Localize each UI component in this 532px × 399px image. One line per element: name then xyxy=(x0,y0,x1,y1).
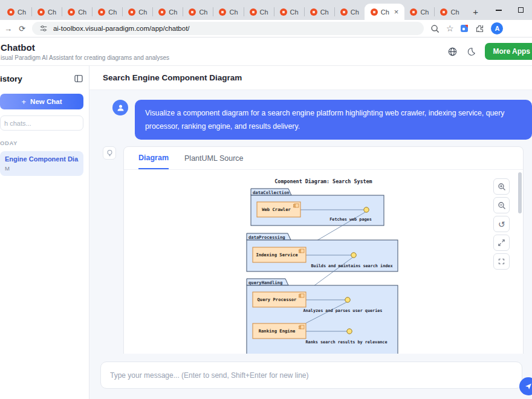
site-favicon-icon xyxy=(310,8,317,16)
user-message-row: Visualize a component diagram for a sear… xyxy=(112,100,532,140)
message-composer xyxy=(89,354,532,399)
component-name: Web Crawler xyxy=(262,207,291,212)
browser-tab[interactable]: Ch xyxy=(123,4,152,20)
site-favicon-icon xyxy=(37,8,45,16)
browser-tab[interactable]: Ch xyxy=(213,4,243,20)
diagram-canvas: Component Diagram: Search System dataCol… xyxy=(124,170,523,354)
tab-title: Ch xyxy=(260,8,268,16)
browser-tab[interactable]: Ch xyxy=(404,4,434,20)
reset-view-button[interactable]: ↺ xyxy=(493,216,510,232)
history-title: istory xyxy=(0,74,22,83)
fullscreen-button[interactable] xyxy=(493,253,510,270)
site-settings-tune-icon[interactable] xyxy=(39,24,48,33)
plus-icon: + xyxy=(22,97,27,106)
tab-separator xyxy=(274,7,274,16)
tab-separator xyxy=(304,7,305,16)
browser-tab[interactable]: Ch xyxy=(92,4,122,20)
result-tabs: Diagram PlantUML Source xyxy=(124,147,523,170)
tab-diagram[interactable]: Diagram xyxy=(138,147,169,169)
assistant-avatar-icon xyxy=(103,146,116,160)
app-header-actions: More Apps xyxy=(447,43,532,60)
browser-tab[interactable]: Ch xyxy=(183,4,213,20)
send-button[interactable] xyxy=(519,377,532,395)
zoom-out-button[interactable] xyxy=(493,197,510,213)
expand-diagram-button[interactable] xyxy=(493,235,510,251)
site-favicon-icon xyxy=(250,8,257,16)
bookmark-star-icon[interactable]: ☆ xyxy=(446,24,454,33)
site-favicon-icon xyxy=(440,8,447,16)
main-panel: Search Engine Component Diagram Visualiz… xyxy=(89,66,532,399)
browser-tab[interactable]: Ch xyxy=(32,4,62,20)
tab-separator xyxy=(152,7,153,16)
user-avatar-icon xyxy=(112,100,128,115)
browser-tab[interactable]: Ch xyxy=(435,4,464,20)
site-favicon-icon xyxy=(410,8,417,16)
browser-tab[interactable]: Ch xyxy=(335,4,365,20)
url-field[interactable]: ai-toolbox.visual-paradigm.com/app/chatb… xyxy=(32,22,424,35)
diagram-title: Component Diagram: Search System xyxy=(274,178,372,184)
tab-separator xyxy=(92,7,92,16)
tab-close-icon[interactable]: × xyxy=(394,7,399,16)
dark-mode-moon-icon[interactable] xyxy=(467,47,476,56)
tab-separator xyxy=(434,7,435,16)
site-favicon-icon xyxy=(128,8,135,16)
extensions-puzzle-icon[interactable] xyxy=(475,24,484,33)
tab-separator xyxy=(183,7,183,16)
new-chat-button[interactable]: + New Chat xyxy=(0,94,83,109)
browser-window: Ch Ch Ch Ch Ch Ch Ch Ch Ch Ch Ch Ch Ch× … xyxy=(0,0,532,399)
browser-tab-active[interactable]: Ch× xyxy=(365,4,405,20)
tab-title: Ch xyxy=(199,8,207,16)
site-favicon-icon xyxy=(189,8,196,16)
workspace: istory + New Chat ODAY Engine Component … xyxy=(0,66,532,399)
tab-separator xyxy=(213,7,213,16)
browser-tab[interactable]: Ch xyxy=(153,4,183,20)
browser-tab[interactable]: Ch xyxy=(305,4,334,20)
assistant-response-row: Diagram PlantUML Source Component Diagra… xyxy=(103,146,532,354)
more-apps-button[interactable]: More Apps xyxy=(485,43,532,60)
site-favicon-icon xyxy=(158,8,166,16)
tab-plantuml-source[interactable]: PlantUML Source xyxy=(184,147,244,169)
browser-tab[interactable]: Ch xyxy=(2,4,31,20)
package-name: dataProcessing xyxy=(248,235,285,240)
tab-title: Ch xyxy=(351,8,359,16)
new-tab-button[interactable]: + xyxy=(469,4,483,19)
refresh-icon[interactable]: ⟳ xyxy=(19,25,25,33)
collapse-sidebar-icon[interactable] xyxy=(74,74,83,83)
component-name: Query Processor xyxy=(258,297,297,302)
browser-address-bar: → ⟳ ai-toolbox.visual-paradigm.com/app/c… xyxy=(0,20,532,37)
browser-tab[interactable]: Ch xyxy=(274,4,304,20)
zoom-indicator-icon[interactable] xyxy=(430,24,440,33)
message-input[interactable] xyxy=(100,362,522,389)
site-favicon-icon xyxy=(340,8,348,16)
browser-tab[interactable]: Ch xyxy=(244,4,274,20)
tab-separator xyxy=(31,7,32,16)
chat-history-item-selected[interactable]: Engine Component Dia... M xyxy=(0,151,83,176)
search-chats-input[interactable] xyxy=(0,115,83,131)
profile-avatar[interactable]: A xyxy=(491,22,503,34)
window-maximize-button[interactable] xyxy=(518,7,524,13)
tab-title: Ch xyxy=(138,8,147,16)
package-name: queryHandling xyxy=(248,280,282,285)
forward-arrow-icon[interactable]: → xyxy=(4,25,12,33)
today-section-label: ODAY xyxy=(0,140,83,146)
tab-title: Ch xyxy=(169,8,177,16)
window-minimize-button[interactable] xyxy=(496,10,502,11)
component-diagram-svg: Component Diagram: Search System dataCol… xyxy=(242,176,405,354)
extension-icon[interactable] xyxy=(460,24,469,33)
tab-title: Ch xyxy=(420,8,429,16)
zoom-in-button[interactable] xyxy=(493,178,510,195)
card-scrollbar[interactable] xyxy=(518,172,522,213)
browser-tab[interactable]: Ch xyxy=(62,4,92,20)
tab-title: Ch xyxy=(450,8,459,16)
url-text: ai-toolbox.visual-paradigm.com/app/chatb… xyxy=(53,25,190,32)
tab-separator xyxy=(62,7,62,16)
app-title: Chatbot xyxy=(1,42,169,53)
language-globe-icon[interactable] xyxy=(447,47,458,57)
tab-title: Ch xyxy=(381,8,389,16)
conversation-title: Search Engine Component Diagram xyxy=(89,66,532,90)
tab-title: Ch xyxy=(18,8,26,16)
chat-item-title: Engine Component Dia... xyxy=(5,155,79,163)
component-name: Ranking Engine xyxy=(259,328,296,334)
tab-title: Ch xyxy=(108,8,117,16)
tab-separator xyxy=(122,7,123,16)
